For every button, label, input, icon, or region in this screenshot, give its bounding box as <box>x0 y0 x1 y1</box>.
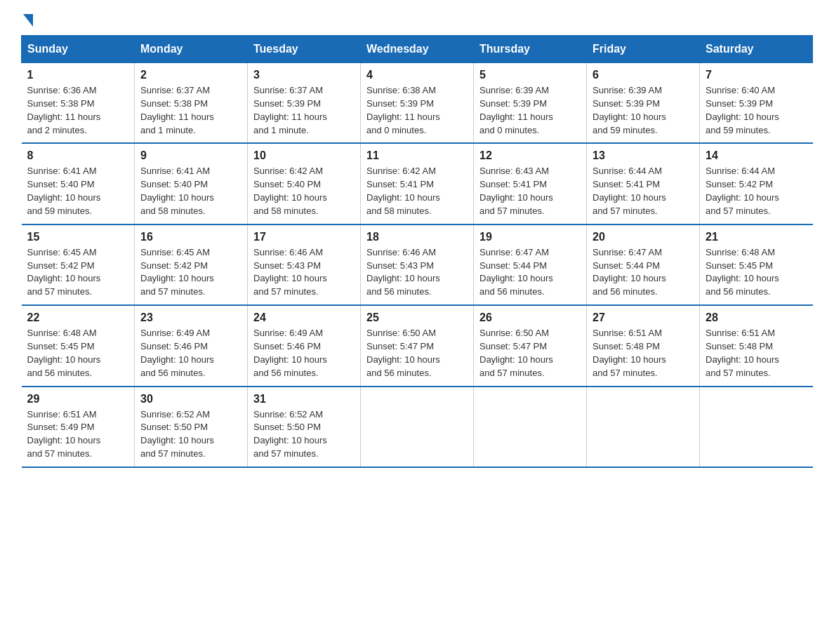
calendar-cell <box>361 387 474 467</box>
day-number: 24 <box>253 311 355 324</box>
calendar-cell: 25Sunrise: 6:50 AM Sunset: 5:47 PM Dayli… <box>361 305 474 386</box>
day-number: 1 <box>27 69 129 81</box>
calendar-cell: 9Sunrise: 6:41 AM Sunset: 5:40 PM Daylig… <box>135 143 248 224</box>
day-number: 28 <box>706 311 807 324</box>
calendar-week-row: 15Sunrise: 6:45 AM Sunset: 5:42 PM Dayli… <box>22 224 813 305</box>
day-info: Sunrise: 6:48 AM Sunset: 5:45 PM Dayligh… <box>706 246 807 299</box>
calendar-week-row: 29Sunrise: 6:51 AM Sunset: 5:49 PM Dayli… <box>22 387 813 467</box>
calendar-cell: 6Sunrise: 6:39 AM Sunset: 5:39 PM Daylig… <box>587 63 700 144</box>
day-info: Sunrise: 6:41 AM Sunset: 5:40 PM Dayligh… <box>140 165 241 217</box>
day-info: Sunrise: 6:50 AM Sunset: 5:47 PM Dayligh… <box>479 327 581 380</box>
day-info: Sunrise: 6:44 AM Sunset: 5:41 PM Dayligh… <box>593 165 694 217</box>
calendar-cell <box>474 387 587 467</box>
calendar-cell <box>700 387 813 467</box>
calendar-week-row: 8Sunrise: 6:41 AM Sunset: 5:40 PM Daylig… <box>22 143 813 224</box>
day-info: Sunrise: 6:50 AM Sunset: 5:47 PM Dayligh… <box>366 327 468 380</box>
day-info: Sunrise: 6:45 AM Sunset: 5:42 PM Dayligh… <box>27 246 129 299</box>
logo-arrow-icon <box>23 14 33 27</box>
day-number: 19 <box>479 231 581 243</box>
calendar-table: SundayMondayTuesdayWednesdayThursdayFrid… <box>21 35 813 468</box>
calendar-cell: 13Sunrise: 6:44 AM Sunset: 5:41 PM Dayli… <box>587 143 700 224</box>
day-info: Sunrise: 6:39 AM Sunset: 5:39 PM Dayligh… <box>593 84 694 137</box>
day-info: Sunrise: 6:47 AM Sunset: 5:44 PM Dayligh… <box>593 246 694 299</box>
calendar-cell: 8Sunrise: 6:41 AM Sunset: 5:40 PM Daylig… <box>22 143 135 224</box>
day-info: Sunrise: 6:51 AM Sunset: 5:48 PM Dayligh… <box>706 327 807 380</box>
calendar-cell: 31Sunrise: 6:52 AM Sunset: 5:50 PM Dayli… <box>248 387 361 467</box>
calendar-cell: 29Sunrise: 6:51 AM Sunset: 5:49 PM Dayli… <box>22 387 135 467</box>
day-number: 10 <box>253 149 355 162</box>
day-number: 4 <box>366 69 468 81</box>
calendar-cell: 14Sunrise: 6:44 AM Sunset: 5:42 PM Dayli… <box>700 143 813 224</box>
day-info: Sunrise: 6:52 AM Sunset: 5:50 PM Dayligh… <box>140 408 241 461</box>
calendar-cell: 30Sunrise: 6:52 AM Sunset: 5:50 PM Dayli… <box>135 387 248 467</box>
day-number: 17 <box>253 231 355 243</box>
day-number: 22 <box>27 311 129 324</box>
day-info: Sunrise: 6:52 AM Sunset: 5:50 PM Dayligh… <box>253 408 355 461</box>
calendar-cell: 3Sunrise: 6:37 AM Sunset: 5:39 PM Daylig… <box>248 63 361 144</box>
calendar-cell: 2Sunrise: 6:37 AM Sunset: 5:38 PM Daylig… <box>135 63 248 144</box>
calendar-cell: 28Sunrise: 6:51 AM Sunset: 5:48 PM Dayli… <box>700 305 813 386</box>
day-info: Sunrise: 6:48 AM Sunset: 5:45 PM Dayligh… <box>27 327 129 380</box>
day-info: Sunrise: 6:42 AM Sunset: 5:41 PM Dayligh… <box>366 165 468 217</box>
day-number: 6 <box>593 69 694 81</box>
day-number: 25 <box>366 311 468 324</box>
calendar-cell: 10Sunrise: 6:42 AM Sunset: 5:40 PM Dayli… <box>248 143 361 224</box>
header-monday: Monday <box>135 36 248 63</box>
day-info: Sunrise: 6:49 AM Sunset: 5:46 PM Dayligh… <box>253 327 355 380</box>
day-info: Sunrise: 6:45 AM Sunset: 5:42 PM Dayligh… <box>140 246 241 299</box>
day-info: Sunrise: 6:49 AM Sunset: 5:46 PM Dayligh… <box>140 327 241 380</box>
calendar-cell: 27Sunrise: 6:51 AM Sunset: 5:48 PM Dayli… <box>587 305 700 386</box>
day-info: Sunrise: 6:41 AM Sunset: 5:40 PM Dayligh… <box>27 165 129 217</box>
calendar-cell: 5Sunrise: 6:39 AM Sunset: 5:39 PM Daylig… <box>474 63 587 144</box>
calendar-cell: 17Sunrise: 6:46 AM Sunset: 5:43 PM Dayli… <box>248 224 361 305</box>
day-info: Sunrise: 6:42 AM Sunset: 5:40 PM Dayligh… <box>253 165 355 217</box>
day-number: 16 <box>140 231 241 243</box>
day-info: Sunrise: 6:36 AM Sunset: 5:38 PM Dayligh… <box>27 84 129 137</box>
day-info: Sunrise: 6:40 AM Sunset: 5:39 PM Dayligh… <box>706 84 807 137</box>
day-number: 12 <box>479 149 581 162</box>
calendar-cell: 19Sunrise: 6:47 AM Sunset: 5:44 PM Dayli… <box>474 224 587 305</box>
day-info: Sunrise: 6:43 AM Sunset: 5:41 PM Dayligh… <box>479 165 581 217</box>
day-number: 31 <box>253 393 355 405</box>
calendar-cell: 22Sunrise: 6:48 AM Sunset: 5:45 PM Dayli… <box>22 305 135 386</box>
day-number: 11 <box>366 149 468 162</box>
day-number: 21 <box>706 231 807 243</box>
header-sunday: Sunday <box>22 36 135 63</box>
day-info: Sunrise: 6:51 AM Sunset: 5:48 PM Dayligh… <box>593 327 694 380</box>
day-number: 3 <box>253 69 355 81</box>
calendar-cell: 7Sunrise: 6:40 AM Sunset: 5:39 PM Daylig… <box>700 63 813 144</box>
calendar-cell: 4Sunrise: 6:38 AM Sunset: 5:39 PM Daylig… <box>361 63 474 144</box>
day-number: 27 <box>593 311 694 324</box>
calendar-cell: 20Sunrise: 6:47 AM Sunset: 5:44 PM Dayli… <box>587 224 700 305</box>
day-number: 26 <box>479 311 581 324</box>
calendar-cell: 16Sunrise: 6:45 AM Sunset: 5:42 PM Dayli… <box>135 224 248 305</box>
day-number: 29 <box>27 393 129 405</box>
calendar-cell <box>587 387 700 467</box>
calendar-cell: 26Sunrise: 6:50 AM Sunset: 5:47 PM Dayli… <box>474 305 587 386</box>
day-info: Sunrise: 6:44 AM Sunset: 5:42 PM Dayligh… <box>706 165 807 217</box>
day-number: 20 <box>593 231 694 243</box>
calendar-header-row: SundayMondayTuesdayWednesdayThursdayFrid… <box>22 36 813 63</box>
calendar-cell: 23Sunrise: 6:49 AM Sunset: 5:46 PM Dayli… <box>135 305 248 386</box>
day-number: 13 <box>593 149 694 162</box>
calendar-cell: 1Sunrise: 6:36 AM Sunset: 5:38 PM Daylig… <box>22 63 135 144</box>
header-wednesday: Wednesday <box>361 36 474 63</box>
day-number: 9 <box>140 149 241 162</box>
day-number: 14 <box>706 149 807 162</box>
day-info: Sunrise: 6:47 AM Sunset: 5:44 PM Dayligh… <box>479 246 581 299</box>
day-number: 7 <box>706 69 807 81</box>
calendar-cell: 24Sunrise: 6:49 AM Sunset: 5:46 PM Dayli… <box>248 305 361 386</box>
header-tuesday: Tuesday <box>248 36 361 63</box>
day-info: Sunrise: 6:51 AM Sunset: 5:49 PM Dayligh… <box>27 408 129 461</box>
calendar-cell: 15Sunrise: 6:45 AM Sunset: 5:42 PM Dayli… <box>22 224 135 305</box>
day-number: 18 <box>366 231 468 243</box>
calendar-week-row: 1Sunrise: 6:36 AM Sunset: 5:38 PM Daylig… <box>22 63 813 144</box>
calendar-cell: 11Sunrise: 6:42 AM Sunset: 5:41 PM Dayli… <box>361 143 474 224</box>
calendar-cell: 21Sunrise: 6:48 AM Sunset: 5:45 PM Dayli… <box>700 224 813 305</box>
day-number: 15 <box>27 231 129 243</box>
day-number: 5 <box>479 69 581 81</box>
calendar-cell: 12Sunrise: 6:43 AM Sunset: 5:41 PM Dayli… <box>474 143 587 224</box>
header-saturday: Saturday <box>700 36 813 63</box>
calendar-cell: 18Sunrise: 6:46 AM Sunset: 5:43 PM Dayli… <box>361 224 474 305</box>
logo <box>21 14 33 22</box>
